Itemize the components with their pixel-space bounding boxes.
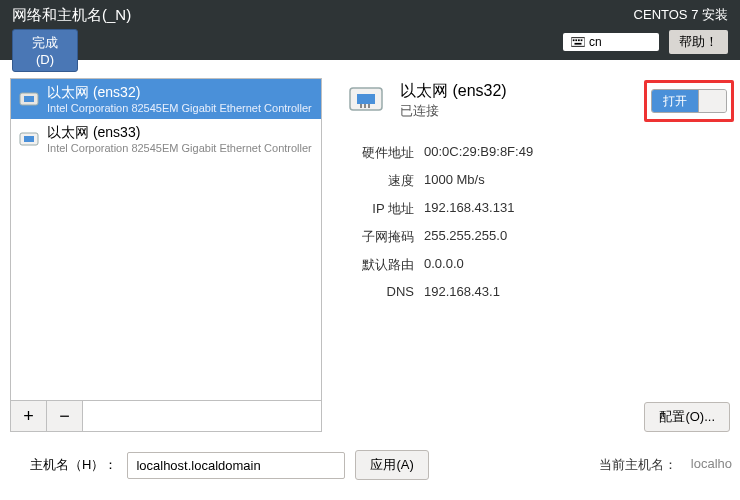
speed-value: 1000 Mb/s — [424, 172, 730, 190]
ip-label: IP 地址 — [344, 200, 414, 218]
nic-name: 以太网 (ens32) — [47, 84, 315, 102]
toggle-highlight: 打开 — [644, 80, 734, 122]
netmask-value: 255.255.255.0 — [424, 228, 730, 246]
configure-button[interactable]: 配置(O)... — [644, 402, 730, 432]
content-area: 以太网 (ens32) Intel Corporation 82545EM Gi… — [0, 60, 740, 440]
nic-detail-panel: 以太网 (ens32) 已连接 打开 硬件地址 00:0C:29:B9:8F:4… — [332, 78, 736, 432]
apply-button[interactable]: 应用(A) — [355, 450, 428, 480]
hostname-label: 主机名（H）： — [30, 456, 117, 474]
page-title: 网络和主机名(_N) — [12, 6, 131, 25]
nic-item-ens32[interactable]: 以太网 (ens32) Intel Corporation 82545EM Gi… — [11, 79, 321, 119]
detail-title: 以太网 (ens32) — [400, 81, 507, 102]
ethernet-icon — [17, 87, 41, 111]
nic-list: 以太网 (ens32) Intel Corporation 82545EM Gi… — [10, 78, 322, 401]
netmask-label: 子网掩码 — [344, 228, 414, 246]
dns-value: 192.168.43.1 — [424, 284, 730, 299]
nic-buttons: + − — [10, 401, 322, 432]
nic-list-panel: 以太网 (ens32) Intel Corporation 82545EM Gi… — [10, 78, 322, 432]
detail-status: 已连接 — [400, 102, 507, 120]
svg-rect-3 — [578, 39, 580, 41]
svg-rect-7 — [24, 96, 34, 102]
bottom-bar: 主机名（H）： 应用(A) 当前主机名： localho — [0, 440, 740, 490]
toggle-on-label: 打开 — [652, 90, 698, 112]
hwaddr-label: 硬件地址 — [344, 144, 414, 162]
svg-rect-4 — [581, 39, 583, 41]
ethernet-large-icon — [344, 78, 388, 122]
svg-rect-0 — [571, 38, 585, 47]
current-hostname-label: 当前主机名： — [599, 456, 677, 474]
dns-label: DNS — [344, 284, 414, 299]
top-bar: 网络和主机名(_N) 完成(D) CENTOS 7 安装 cn 帮助！ — [0, 0, 740, 60]
nic-item-ens33[interactable]: 以太网 (ens33) Intel Corporation 82545EM Gi… — [11, 119, 321, 159]
gateway-value: 0.0.0.0 — [424, 256, 730, 274]
speed-label: 速度 — [344, 172, 414, 190]
svg-rect-2 — [575, 39, 577, 41]
svg-rect-14 — [368, 104, 370, 108]
svg-rect-11 — [357, 94, 375, 104]
nic-description: Intel Corporation 82545EM Gigabit Ethern… — [47, 142, 315, 154]
hwaddr-value: 00:0C:29:B9:8F:49 — [424, 144, 730, 162]
svg-rect-5 — [575, 43, 582, 45]
detail-grid: 硬件地址 00:0C:29:B9:8F:49 速度 1000 Mb/s IP 地… — [344, 144, 730, 299]
done-button[interactable]: 完成(D) — [12, 29, 78, 72]
keyboard-label: cn — [589, 35, 602, 49]
nic-description: Intel Corporation 82545EM Gigabit Ethern… — [47, 102, 315, 114]
svg-rect-9 — [24, 136, 34, 142]
current-hostname-value: localho — [691, 456, 732, 474]
connection-toggle[interactable]: 打开 — [651, 89, 727, 113]
help-button[interactable]: 帮助！ — [669, 30, 728, 54]
gateway-label: 默认路由 — [344, 256, 414, 274]
svg-rect-13 — [364, 104, 366, 108]
install-label: CENTOS 7 安装 — [634, 6, 728, 24]
add-nic-button[interactable]: + — [11, 401, 47, 431]
nic-name: 以太网 (ens33) — [47, 124, 315, 142]
svg-rect-1 — [573, 39, 575, 41]
toggle-knob — [698, 90, 726, 112]
ethernet-icon — [17, 127, 41, 151]
remove-nic-button[interactable]: − — [47, 401, 83, 431]
keyboard-icon — [571, 37, 585, 47]
svg-rect-12 — [360, 104, 362, 108]
ip-value: 192.168.43.131 — [424, 200, 730, 218]
keyboard-indicator[interactable]: cn — [563, 33, 659, 51]
hostname-input[interactable] — [127, 452, 345, 479]
